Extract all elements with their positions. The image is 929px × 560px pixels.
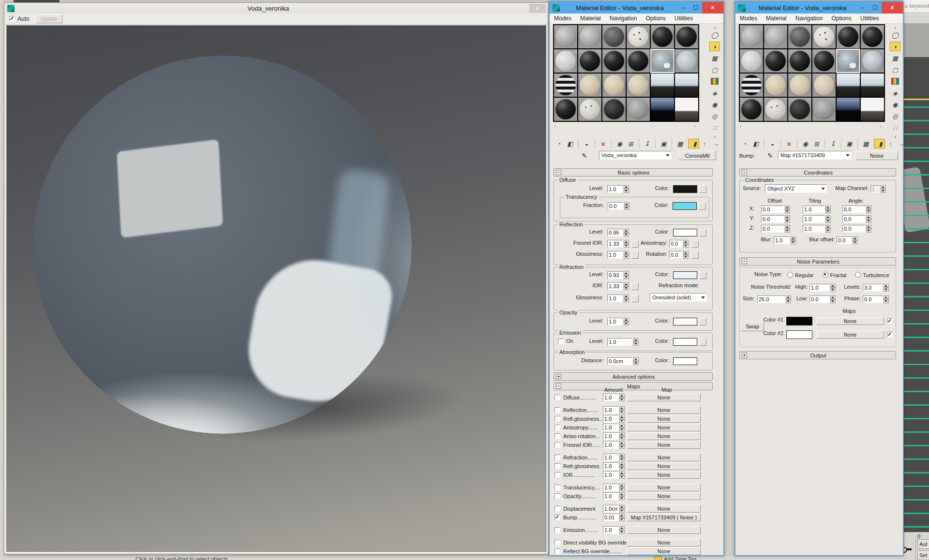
titlebar[interactable]: Material Editor - Voda_veronika – ☐ × <box>735 2 903 14</box>
noise-color1-swatch[interactable] <box>786 317 812 325</box>
map-enable-checkbox[interactable] <box>554 548 560 554</box>
spinner[interactable] <box>791 236 796 244</box>
map-button[interactable]: None <box>627 547 701 555</box>
tiling-input[interactable] <box>803 215 825 223</box>
fresnel-ior-input[interactable] <box>607 240 623 248</box>
map-button[interactable]: None <box>627 415 701 423</box>
map-button[interactable]: None <box>627 406 701 414</box>
scroll-up-icon[interactable]: ∧ <box>713 25 717 30</box>
spinner[interactable] <box>619 471 625 479</box>
material-swatch-gray-rough[interactable] <box>812 98 836 121</box>
material-swatch-img-light[interactable] <box>675 74 698 97</box>
map-enable-checkbox[interactable] <box>554 463 560 469</box>
map-button[interactable]: None <box>627 432 701 440</box>
expand-icon[interactable]: + <box>556 374 561 379</box>
spinner[interactable] <box>624 202 629 210</box>
noise-phase-input[interactable] <box>863 295 883 303</box>
noise-high-input[interactable] <box>809 284 830 292</box>
material-swatch-img-light[interactable] <box>837 74 860 97</box>
noise-color1-map-button[interactable]: None <box>816 317 884 325</box>
emission-level-input[interactable] <box>607 338 632 346</box>
make-preview-icon[interactable]: ◈ <box>709 88 720 98</box>
material-swatch-img-light[interactable] <box>651 74 674 97</box>
set-key-button[interactable]: Set <box>917 550 929 560</box>
add-time-tag-icon[interactable] <box>654 556 662 560</box>
noise-type-radio[interactable]: Fractal <box>823 272 847 278</box>
spinner[interactable] <box>785 225 790 233</box>
material-swatch-white-speckle[interactable] <box>812 25 836 48</box>
spinner[interactable] <box>619 484 625 491</box>
material-type-button[interactable]: CoronaMtl <box>678 151 716 160</box>
eyedropper-icon[interactable]: ✎ <box>767 152 773 160</box>
material-swatch-glass[interactable] <box>837 49 860 73</box>
collapse-icon[interactable]: - <box>742 259 747 264</box>
translucency-fraction-input[interactable] <box>608 202 624 210</box>
refraction-ior-input[interactable] <box>607 282 623 290</box>
material-swatch-stripe[interactable] <box>554 74 577 97</box>
add-time-tag-label[interactable]: Add Time Tag <box>664 556 696 560</box>
make-preview-icon[interactable]: ◈ <box>890 88 900 98</box>
spinner[interactable] <box>624 318 629 325</box>
backlight-icon[interactable]: ◑ <box>709 42 720 51</box>
rotation-map-stub[interactable] <box>691 251 699 259</box>
material-swatch-gray-noise[interactable] <box>764 25 787 48</box>
map-amount-input[interactable] <box>603 492 619 500</box>
refraction-color-map-stub[interactable] <box>699 272 706 279</box>
spinner[interactable] <box>825 225 831 233</box>
map-enable-checkbox[interactable] <box>554 515 560 520</box>
map-enable-checkbox[interactable] <box>554 407 560 413</box>
spinner[interactable] <box>624 185 629 193</box>
get-material-icon[interactable]: ◔ <box>739 139 750 148</box>
material-map-navigator-icon[interactable]: ∷ <box>890 123 900 133</box>
diffuse-level-input[interactable] <box>607 185 623 193</box>
spinner[interactable] <box>619 394 625 401</box>
map-amount-input[interactable] <box>603 484 619 491</box>
rotation-input[interactable] <box>669 251 683 259</box>
menu-utilities[interactable]: Utilities <box>856 15 884 22</box>
offset-input[interactable] <box>761 225 784 233</box>
spinner[interactable] <box>785 206 790 213</box>
map-amount-input[interactable] <box>603 462 619 470</box>
sample-uv-tiling-icon[interactable]: ▢ <box>709 65 720 74</box>
collapse-icon[interactable]: - <box>742 170 747 175</box>
refraction-color-swatch[interactable] <box>673 271 697 279</box>
map-amount-input[interactable] <box>603 406 619 414</box>
assign-material-to-selection-icon[interactable]: ◒ <box>578 139 592 148</box>
sample-uv-tiling-icon[interactable]: ▢ <box>890 65 900 74</box>
map-amount-input[interactable] <box>603 415 619 423</box>
absorption-color-swatch[interactable] <box>673 357 697 365</box>
material-swatch-img-white[interactable] <box>675 98 698 121</box>
titlebar[interactable]: Voda_veronika × <box>4 3 548 14</box>
spinner[interactable] <box>619 514 625 521</box>
rollout-advanced-options[interactable]: + Advanced options <box>554 372 713 381</box>
map-enable-checkbox[interactable] <box>554 455 560 460</box>
menu-navigation[interactable]: Navigation <box>791 15 827 22</box>
map-amount-input[interactable] <box>603 454 619 461</box>
map-type-button[interactable]: Noise <box>855 151 898 160</box>
spinner[interactable] <box>624 271 629 279</box>
material-swatch-img-light[interactable] <box>861 74 884 97</box>
scroll-right-icon[interactable]: › <box>694 123 696 129</box>
rollout-maps[interactable]: - Maps <box>554 382 713 390</box>
map-amount-input[interactable] <box>603 432 619 440</box>
material-swatch-img-dark[interactable] <box>651 98 674 121</box>
rollout-basic-options[interactable]: - Basic options <box>554 168 713 177</box>
auto-key-button[interactable]: Aut <box>917 539 929 549</box>
angle-input[interactable] <box>842 206 866 213</box>
spinner[interactable] <box>881 185 886 193</box>
map-amount-input[interactable] <box>603 514 619 521</box>
show-end-result-icon[interactable]: ▮ <box>688 139 699 148</box>
refraction-glossiness-input[interactable] <box>607 295 623 302</box>
spinner[interactable] <box>633 338 639 346</box>
collapse-icon[interactable]: - <box>556 383 561 389</box>
spinner[interactable] <box>786 295 791 303</box>
material-swatch-tan[interactable] <box>812 74 836 97</box>
blur-offset-input[interactable] <box>837 236 852 244</box>
select-by-material-icon[interactable]: ◎ <box>890 111 900 121</box>
scroll-up-icon[interactable]: ∧ <box>894 25 897 30</box>
angle-input[interactable] <box>842 225 866 233</box>
opacity-color-swatch[interactable] <box>673 318 697 325</box>
spinner[interactable] <box>624 240 629 248</box>
make-material-copy-icon[interactable]: ◉ <box>797 139 811 148</box>
scroll-left-icon[interactable]: ‹ <box>554 123 556 129</box>
